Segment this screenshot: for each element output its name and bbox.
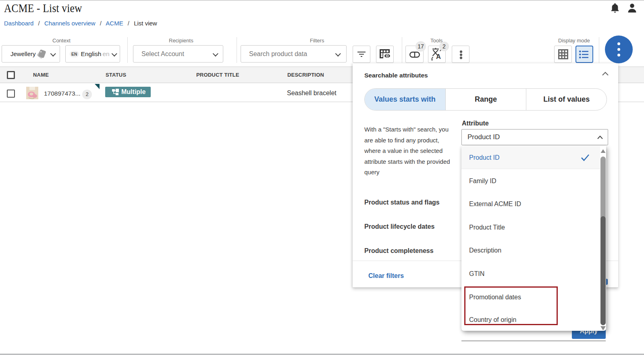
svg-text:A: A (436, 53, 441, 60)
